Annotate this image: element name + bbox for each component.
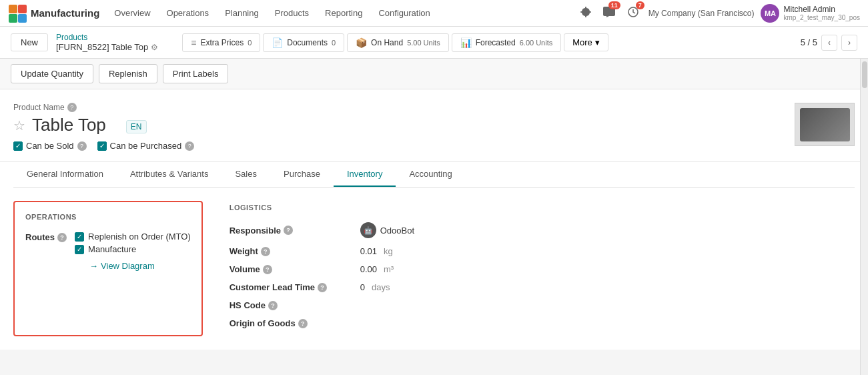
can-be-purchased-help-icon[interactable]: ? — [185, 141, 194, 151]
breadcrumb-current-text: [FURN_8522] Table Top — [56, 42, 148, 52]
nav-planning[interactable]: Planning — [218, 4, 266, 22]
route-manufacture-label: Manufacture — [88, 244, 136, 254]
nav-products[interactable]: Products — [268, 4, 316, 22]
more-chevron-icon: ▾ — [595, 37, 600, 47]
can-be-sold-help-icon[interactable]: ? — [77, 141, 87, 151]
routes-field-row: Routes ? ✓ Replenish on Order (MTO) ✓ Ma… — [25, 232, 191, 271]
origin-label: Origin of Goods ? — [230, 318, 350, 328]
pagination-text: 5 / 5 — [801, 37, 817, 47]
nav-overview[interactable]: Overview — [107, 4, 157, 22]
weight-unit: kg — [384, 246, 393, 256]
user-avatar: MA — [761, 4, 779, 23]
on-hand-icon: 📦 — [356, 37, 367, 48]
routes-list: ✓ Replenish on Order (MTO) ✓ Manufacture… — [75, 232, 191, 271]
breadcrumb-current: [FURN_8522] Table Top ⚙ — [56, 42, 158, 52]
inventory-tab-content: OPERATIONS Routes ? ✓ Replenish on Order… — [13, 188, 855, 350]
logistics-section-title: LOGISTICS — [230, 204, 855, 212]
on-hand-btn[interactable]: 📦 On Hand 5.00 Units — [347, 33, 449, 52]
view-diagram-link[interactable]: → View Diagram — [89, 261, 191, 271]
tab-general-information[interactable]: General Information — [13, 162, 117, 187]
forecasted-label: Forecasted — [476, 38, 516, 47]
scroll-thumb[interactable] — [862, 61, 867, 88]
product-name-value: Table Top — [32, 115, 106, 135]
customer-lead-unit: days — [372, 282, 390, 292]
record-settings-icon[interactable]: ⚙ — [151, 43, 158, 52]
activities-icon-btn[interactable]: 7 — [624, 4, 642, 22]
product-name-label: Product Name ? — [13, 103, 781, 112]
extra-prices-label: Extra Prices — [200, 38, 244, 47]
weight-help-icon[interactable]: ? — [261, 247, 270, 256]
forecasted-btn[interactable]: 📊 Forecasted 6.00 Units — [452, 33, 562, 52]
svg-rect-2 — [9, 14, 17, 23]
route-manufacture-item: ✓ Manufacture — [75, 244, 191, 254]
tab-purchase[interactable]: Purchase — [270, 162, 334, 187]
can-be-purchased-checkbox[interactable]: ✓ Can be Purchased ? — [97, 141, 195, 151]
user-menu[interactable]: MA Mitchell Admin kmp_2_test_may_30_pos — [761, 4, 860, 23]
origin-help-icon[interactable]: ? — [298, 319, 308, 328]
more-dropdown-btn[interactable]: More ▾ — [564, 33, 608, 51]
extra-prices-btn[interactable]: ≡ Extra Prices 0 — [182, 33, 260, 52]
on-hand-value: 5.00 Units — [407, 39, 440, 47]
breadcrumb-parent[interactable]: Products — [56, 33, 158, 42]
update-quantity-btn[interactable]: Update Quantity — [11, 64, 93, 83]
language-btn[interactable]: EN — [126, 120, 147, 133]
tab-inventory[interactable]: Inventory — [334, 162, 396, 187]
route-mto-checkbox[interactable]: ✓ — [75, 232, 84, 242]
view-diagram-label: View Diagram — [101, 261, 155, 271]
user-subtitle: kmp_2_test_may_30_pos — [783, 14, 860, 21]
logistics-section: LOGISTICS Responsible ? 🤖 OdooBot Weight… — [230, 201, 855, 336]
next-record-btn[interactable]: › — [841, 35, 857, 51]
operations-section-title: OPERATIONS — [25, 213, 191, 221]
tab-sales[interactable]: Sales — [222, 162, 270, 187]
customer-lead-value: 0 — [360, 282, 365, 292]
svg-rect-0 — [9, 5, 17, 13]
can-be-sold-check-icon: ✓ — [13, 141, 23, 151]
more-label: More — [572, 37, 592, 47]
company-name: My Company (San Francisco) — [648, 9, 755, 18]
messages-badge: 11 — [608, 1, 620, 9]
product-name-help-icon[interactable]: ? — [67, 103, 77, 112]
user-name: Mitchell Admin — [783, 5, 860, 14]
new-button[interactable]: New — [11, 33, 48, 51]
activities-badge: 7 — [636, 1, 644, 9]
hs-code-help-icon[interactable]: ? — [268, 301, 278, 310]
responsible-help-icon[interactable]: ? — [284, 226, 293, 235]
svg-rect-1 — [18, 5, 27, 13]
volume-field: Volume ? 0.00 m³ — [230, 264, 855, 274]
routes-help-icon[interactable]: ? — [57, 233, 67, 242]
pagination-area: 5 / 5 ‹ › — [801, 35, 857, 51]
app-name: Manufacturing — [31, 7, 99, 19]
settings-icon-btn[interactable] — [578, 4, 594, 22]
app-logo[interactable]: Manufacturing — [8, 4, 99, 23]
nav-configuration[interactable]: Configuration — [372, 4, 436, 22]
product-header: Product Name ? ☆ Table Top EN ✓ Can be S… — [13, 103, 855, 151]
customer-lead-value-group: 0 days — [360, 282, 390, 292]
customer-lead-time-field: Customer Lead Time ? 0 days — [230, 282, 855, 292]
manufacturing-logo-icon — [8, 4, 27, 23]
nav-reporting[interactable]: Reporting — [318, 4, 369, 22]
extra-prices-count: 0 — [248, 39, 252, 47]
volume-help-icon[interactable]: ? — [263, 265, 272, 274]
responsible-field: Responsible ? 🤖 OdooBot — [230, 222, 855, 238]
product-tabs: General Information Attributes & Variant… — [13, 162, 855, 188]
vertical-scrollbar[interactable] — [860, 59, 868, 350]
odoobot-avatar: 🤖 — [360, 222, 376, 238]
weight-value-group: 0.01 kg — [360, 246, 393, 256]
tab-attributes-variants[interactable]: Attributes & Variants — [117, 162, 222, 187]
documents-btn[interactable]: 📄 Documents 0 — [263, 33, 344, 52]
documents-label: Documents — [287, 38, 328, 47]
replenish-btn[interactable]: Replenish — [99, 64, 157, 83]
print-labels-btn[interactable]: Print Labels — [163, 64, 229, 83]
customer-lead-help-icon[interactable]: ? — [318, 283, 327, 292]
breadcrumb-bar: New Products [FURN_8522] Table Top ⚙ ≡ E… — [0, 27, 868, 59]
route-manufacture-checkbox[interactable]: ✓ — [75, 245, 84, 254]
prev-record-btn[interactable]: ‹ — [821, 35, 837, 51]
product-image[interactable] — [795, 103, 855, 146]
tab-accounting[interactable]: Accounting — [396, 162, 465, 187]
documents-count: 0 — [332, 39, 336, 47]
can-be-sold-checkbox[interactable]: ✓ Can be Sold ? — [13, 141, 87, 151]
favorite-star-icon[interactable]: ☆ — [13, 117, 25, 133]
toolbar-actions: ≡ Extra Prices 0 📄 Documents 0 📦 On Hand… — [182, 33, 608, 52]
nav-operations[interactable]: Operations — [160, 4, 216, 22]
messages-icon-btn[interactable]: 11 — [600, 4, 618, 22]
